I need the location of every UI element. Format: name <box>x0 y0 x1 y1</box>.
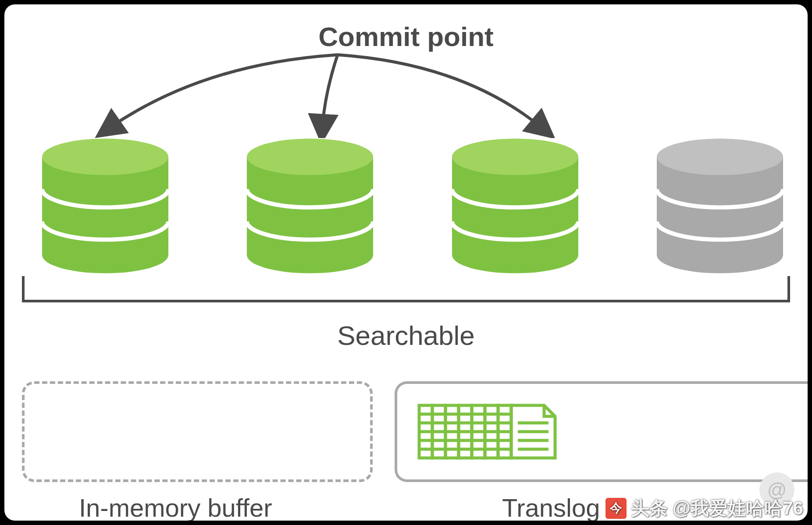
watermark-text: 头条 @我爱娃哈哈76 <box>631 496 803 521</box>
database-icon-committed <box>35 136 175 276</box>
in-memory-buffer-box <box>22 381 373 482</box>
svg-point-7 <box>247 138 373 175</box>
translog-label: Translog <box>502 493 600 521</box>
diagram-canvas: Commit point <box>4 4 808 521</box>
in-memory-buffer-label: In-memory buffer <box>79 493 272 521</box>
searchable-bracket <box>22 276 790 302</box>
svg-point-10 <box>452 237 578 273</box>
database-icon-uncommitted <box>650 136 790 276</box>
watermark: 今 头条 @我爱娃哈哈76 <box>605 496 803 521</box>
document-stack-icon <box>415 399 559 465</box>
svg-point-14 <box>657 237 783 273</box>
svg-point-15 <box>657 138 783 175</box>
commit-point-title: Commit point <box>318 21 494 52</box>
commit-point-arrows <box>4 50 808 138</box>
svg-point-6 <box>247 237 373 273</box>
svg-point-11 <box>452 138 578 175</box>
svg-point-2 <box>42 237 168 273</box>
searchable-label: Searchable <box>337 320 475 351</box>
database-row <box>35 136 790 276</box>
svg-point-3 <box>42 138 168 175</box>
translog-box <box>395 381 808 482</box>
database-icon-committed <box>445 136 585 276</box>
database-icon-committed <box>240 136 380 276</box>
watermark-logo-icon: 今 <box>605 498 627 519</box>
